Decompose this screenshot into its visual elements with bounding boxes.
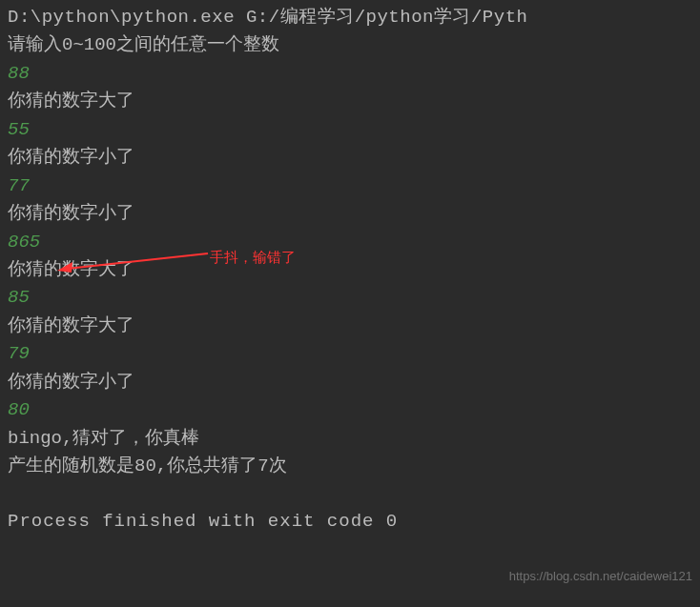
exit-code-line: Process finished with exit code 0 xyxy=(8,508,692,536)
feedback-line: 你猜的数字大了 xyxy=(8,256,692,284)
feedback-line: 你猜的数字大了 xyxy=(8,313,692,340)
user-input: 85 xyxy=(8,284,692,312)
bingo-line: bingo,猜对了，你真棒 xyxy=(8,425,692,453)
user-input: 55 xyxy=(8,116,692,144)
blank-line xyxy=(8,480,692,508)
feedback-line: 你猜的数字小了 xyxy=(8,369,692,396)
user-input: 80 xyxy=(8,396,692,424)
watermark: https://blog.csdn.net/caidewei121 xyxy=(509,567,692,586)
command-path: D:\python\python.exe G:/编程学习/python学习/Py… xyxy=(8,4,692,31)
annotation-text: 手抖，输错了 xyxy=(210,246,296,268)
feedback-line: 你猜的数字大了 xyxy=(8,88,692,115)
user-input: 77 xyxy=(8,172,692,200)
feedback-line: 你猜的数字小了 xyxy=(8,144,692,172)
user-input: 79 xyxy=(8,340,692,368)
user-input: 865 xyxy=(8,229,692,256)
prompt-line: 请输入0~100之间的任意一个整数 xyxy=(8,31,692,59)
result-line: 产生的随机数是80,你总共猜了7次 xyxy=(8,453,692,480)
feedback-line: 你猜的数字小了 xyxy=(8,200,692,228)
user-input: 88 xyxy=(8,60,692,88)
